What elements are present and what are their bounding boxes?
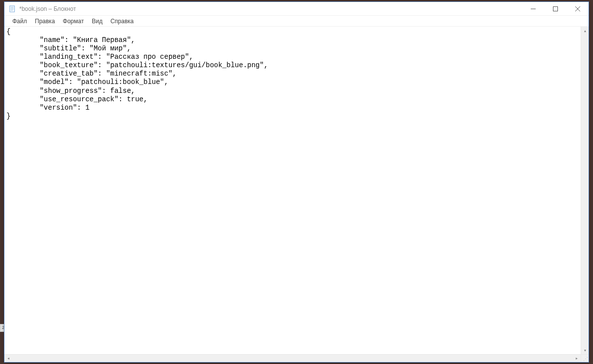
menu-help[interactable]: Справка <box>106 17 137 26</box>
minimize-button[interactable] <box>522 2 544 15</box>
menu-view[interactable]: Вид <box>88 17 107 26</box>
svg-rect-0 <box>10 5 15 11</box>
scroll-left-icon[interactable]: ◂ <box>4 355 12 362</box>
hscroll-track[interactable] <box>12 355 573 362</box>
editor-area: { "name": "Книга Первая", "subtitle": "М… <box>4 27 589 354</box>
scroll-right-icon[interactable]: ▸ <box>573 355 581 362</box>
menu-format[interactable]: Формат <box>59 17 88 26</box>
menubar: Файл Правка Формат Вид Справка <box>4 16 589 27</box>
scroll-up-icon[interactable]: ▴ <box>581 27 589 35</box>
window-title: *book.json – Блокнот <box>19 5 76 12</box>
scroll-down-icon[interactable]: ▾ <box>581 346 589 354</box>
close-button[interactable] <box>566 2 589 15</box>
menu-edit[interactable]: Правка <box>31 17 59 26</box>
vertical-scrollbar[interactable]: ▴ ▾ <box>581 27 589 354</box>
menu-file[interactable]: Файл <box>8 17 31 26</box>
horizontal-scrollbar[interactable]: ◂ ▸ ⋰ <box>4 354 589 362</box>
titlebar[interactable]: *book.json – Блокнот <box>4 2 589 16</box>
app-icon <box>8 5 16 13</box>
text-editor[interactable]: { "name": "Книга Первая", "subtitle": "М… <box>4 27 581 354</box>
notepad-window: *book.json – Блокнот Файл Правка Формат … <box>4 1 589 363</box>
svg-rect-6 <box>553 6 557 11</box>
window-controls <box>522 2 589 15</box>
resize-grip-icon[interactable]: ⋰ <box>581 355 589 362</box>
maximize-button[interactable] <box>544 2 566 15</box>
